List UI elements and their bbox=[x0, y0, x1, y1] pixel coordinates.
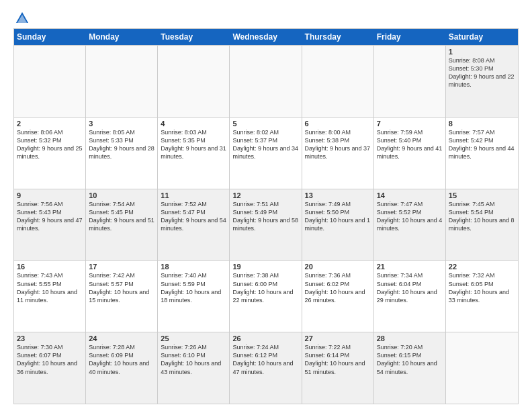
calendar-cell: 18Sunrise: 7:40 AM Sunset: 5:59 PM Dayli… bbox=[158, 261, 230, 332]
day-info: Sunrise: 8:06 AM Sunset: 5:32 PM Dayligh… bbox=[17, 128, 83, 161]
calendar-row: 2Sunrise: 8:06 AM Sunset: 5:32 PM Daylig… bbox=[14, 117, 518, 189]
day-info: Sunrise: 8:03 AM Sunset: 5:35 PM Dayligh… bbox=[161, 128, 226, 161]
calendar-cell: 6Sunrise: 8:00 AM Sunset: 5:38 PM Daylig… bbox=[302, 118, 374, 189]
day-number: 2 bbox=[17, 120, 83, 128]
day-info: Sunrise: 7:40 AM Sunset: 5:59 PM Dayligh… bbox=[161, 271, 226, 304]
calendar-cell: 22Sunrise: 7:32 AM Sunset: 6:05 PM Dayli… bbox=[446, 261, 518, 332]
calendar-cell: 25Sunrise: 7:26 AM Sunset: 6:10 PM Dayli… bbox=[158, 332, 230, 404]
calendar-cell: 2Sunrise: 8:06 AM Sunset: 5:32 PM Daylig… bbox=[14, 118, 86, 189]
calendar-row: 16Sunrise: 7:43 AM Sunset: 5:55 PM Dayli… bbox=[14, 260, 518, 332]
day-number: 15 bbox=[449, 191, 515, 199]
calendar-header-day: Thursday bbox=[302, 29, 374, 45]
day-number: 17 bbox=[89, 263, 154, 271]
day-number: 28 bbox=[377, 334, 443, 342]
calendar-header: SundayMondayTuesdayWednesdayThursdayFrid… bbox=[14, 29, 518, 45]
calendar-row: 9Sunrise: 7:56 AM Sunset: 5:43 PM Daylig… bbox=[14, 189, 518, 261]
day-number: 21 bbox=[377, 263, 443, 271]
calendar-cell: 4Sunrise: 8:03 AM Sunset: 5:35 PM Daylig… bbox=[158, 118, 230, 189]
day-info: Sunrise: 7:28 AM Sunset: 6:09 PM Dayligh… bbox=[89, 343, 154, 376]
day-number: 16 bbox=[17, 263, 83, 271]
calendar-cell: 21Sunrise: 7:34 AM Sunset: 6:04 PM Dayli… bbox=[374, 261, 446, 332]
calendar-header-day: Wednesday bbox=[230, 29, 302, 45]
calendar-header-day: Tuesday bbox=[158, 29, 230, 45]
day-number: 14 bbox=[377, 191, 443, 199]
day-info: Sunrise: 7:34 AM Sunset: 6:04 PM Dayligh… bbox=[377, 271, 443, 304]
calendar-row: 23Sunrise: 7:30 AM Sunset: 6:07 PM Dayli… bbox=[14, 332, 518, 404]
calendar-cell bbox=[302, 46, 374, 117]
logo-icon bbox=[15, 11, 30, 26]
day-info: Sunrise: 7:22 AM Sunset: 6:14 PM Dayligh… bbox=[305, 343, 371, 376]
day-number: 6 bbox=[305, 120, 371, 128]
day-info: Sunrise: 7:32 AM Sunset: 6:05 PM Dayligh… bbox=[449, 271, 515, 304]
calendar-cell: 19Sunrise: 7:38 AM Sunset: 6:00 PM Dayli… bbox=[230, 261, 302, 332]
calendar-cell: 15Sunrise: 7:45 AM Sunset: 5:54 PM Dayli… bbox=[446, 189, 518, 261]
logo bbox=[13, 11, 30, 23]
day-number: 20 bbox=[305, 263, 371, 271]
day-info: Sunrise: 7:59 AM Sunset: 5:40 PM Dayligh… bbox=[377, 128, 443, 161]
calendar-cell: 7Sunrise: 7:59 AM Sunset: 5:40 PM Daylig… bbox=[374, 118, 446, 189]
day-number: 1 bbox=[449, 48, 515, 56]
calendar-cell bbox=[446, 332, 518, 404]
day-number: 5 bbox=[232, 120, 298, 128]
calendar-cell: 12Sunrise: 7:51 AM Sunset: 5:49 PM Dayli… bbox=[230, 189, 302, 261]
day-info: Sunrise: 8:05 AM Sunset: 5:33 PM Dayligh… bbox=[89, 128, 154, 161]
calendar-body: 1Sunrise: 8:08 AM Sunset: 5:30 PM Daylig… bbox=[14, 45, 518, 404]
calendar-cell: 11Sunrise: 7:52 AM Sunset: 5:47 PM Dayli… bbox=[158, 189, 230, 261]
day-info: Sunrise: 7:42 AM Sunset: 5:57 PM Dayligh… bbox=[89, 271, 154, 304]
calendar-cell bbox=[230, 46, 302, 117]
calendar-cell: 8Sunrise: 7:57 AM Sunset: 5:42 PM Daylig… bbox=[446, 118, 518, 189]
day-info: Sunrise: 7:26 AM Sunset: 6:10 PM Dayligh… bbox=[161, 343, 226, 376]
calendar-cell: 1Sunrise: 8:08 AM Sunset: 5:30 PM Daylig… bbox=[446, 46, 518, 117]
day-info: Sunrise: 7:36 AM Sunset: 6:02 PM Dayligh… bbox=[305, 271, 371, 304]
calendar-header-day: Friday bbox=[374, 29, 446, 45]
calendar-cell: 26Sunrise: 7:24 AM Sunset: 6:12 PM Dayli… bbox=[230, 332, 302, 404]
day-info: Sunrise: 7:57 AM Sunset: 5:42 PM Dayligh… bbox=[449, 128, 515, 161]
day-number: 10 bbox=[89, 191, 154, 199]
calendar-cell bbox=[86, 46, 158, 117]
day-info: Sunrise: 7:52 AM Sunset: 5:47 PM Dayligh… bbox=[161, 200, 226, 233]
calendar-cell bbox=[374, 46, 446, 117]
calendar-cell: 3Sunrise: 8:05 AM Sunset: 5:33 PM Daylig… bbox=[86, 118, 158, 189]
day-number: 3 bbox=[89, 120, 154, 128]
calendar-header-day: Sunday bbox=[14, 29, 86, 45]
day-info: Sunrise: 7:49 AM Sunset: 5:50 PM Dayligh… bbox=[305, 200, 371, 233]
day-number: 13 bbox=[305, 191, 371, 199]
day-number: 25 bbox=[161, 334, 226, 342]
calendar-cell: 16Sunrise: 7:43 AM Sunset: 5:55 PM Dayli… bbox=[14, 261, 86, 332]
day-info: Sunrise: 8:00 AM Sunset: 5:38 PM Dayligh… bbox=[305, 128, 371, 161]
calendar-header-day: Monday bbox=[86, 29, 158, 45]
day-number: 26 bbox=[232, 334, 298, 342]
calendar-cell: 5Sunrise: 8:02 AM Sunset: 5:37 PM Daylig… bbox=[230, 118, 302, 189]
calendar-cell: 9Sunrise: 7:56 AM Sunset: 5:43 PM Daylig… bbox=[14, 189, 86, 261]
calendar: SundayMondayTuesdayWednesdayThursdayFrid… bbox=[13, 28, 519, 404]
day-number: 24 bbox=[89, 334, 154, 342]
calendar-cell: 10Sunrise: 7:54 AM Sunset: 5:45 PM Dayli… bbox=[86, 189, 158, 261]
calendar-header-day: Saturday bbox=[446, 29, 518, 45]
day-info: Sunrise: 7:54 AM Sunset: 5:45 PM Dayligh… bbox=[89, 200, 154, 233]
calendar-cell: 23Sunrise: 7:30 AM Sunset: 6:07 PM Dayli… bbox=[14, 332, 86, 404]
day-number: 7 bbox=[377, 120, 443, 128]
calendar-cell: 28Sunrise: 7:20 AM Sunset: 6:15 PM Dayli… bbox=[374, 332, 446, 404]
day-info: Sunrise: 7:56 AM Sunset: 5:43 PM Dayligh… bbox=[17, 200, 83, 233]
calendar-cell: 17Sunrise: 7:42 AM Sunset: 5:57 PM Dayli… bbox=[86, 261, 158, 332]
day-info: Sunrise: 7:38 AM Sunset: 6:00 PM Dayligh… bbox=[232, 271, 298, 304]
day-number: 27 bbox=[305, 334, 371, 342]
page: SundayMondayTuesdayWednesdayThursdayFrid… bbox=[0, 0, 532, 411]
day-info: Sunrise: 8:08 AM Sunset: 5:30 PM Dayligh… bbox=[449, 56, 515, 89]
day-info: Sunrise: 7:51 AM Sunset: 5:49 PM Dayligh… bbox=[232, 200, 298, 233]
calendar-cell: 24Sunrise: 7:28 AM Sunset: 6:09 PM Dayli… bbox=[86, 332, 158, 404]
calendar-cell: 20Sunrise: 7:36 AM Sunset: 6:02 PM Dayli… bbox=[302, 261, 374, 332]
day-number: 12 bbox=[232, 191, 298, 199]
calendar-row: 1Sunrise: 8:08 AM Sunset: 5:30 PM Daylig… bbox=[14, 45, 518, 117]
header bbox=[13, 11, 519, 23]
calendar-cell: 14Sunrise: 7:47 AM Sunset: 5:52 PM Dayli… bbox=[374, 189, 446, 261]
day-info: Sunrise: 7:24 AM Sunset: 6:12 PM Dayligh… bbox=[232, 343, 298, 376]
day-number: 23 bbox=[17, 334, 83, 342]
day-number: 18 bbox=[161, 263, 226, 271]
day-info: Sunrise: 7:45 AM Sunset: 5:54 PM Dayligh… bbox=[449, 200, 515, 233]
calendar-cell: 13Sunrise: 7:49 AM Sunset: 5:50 PM Dayli… bbox=[302, 189, 374, 261]
day-number: 9 bbox=[17, 191, 83, 199]
day-info: Sunrise: 8:02 AM Sunset: 5:37 PM Dayligh… bbox=[232, 128, 298, 161]
day-number: 8 bbox=[449, 120, 515, 128]
day-info: Sunrise: 7:43 AM Sunset: 5:55 PM Dayligh… bbox=[17, 271, 83, 304]
